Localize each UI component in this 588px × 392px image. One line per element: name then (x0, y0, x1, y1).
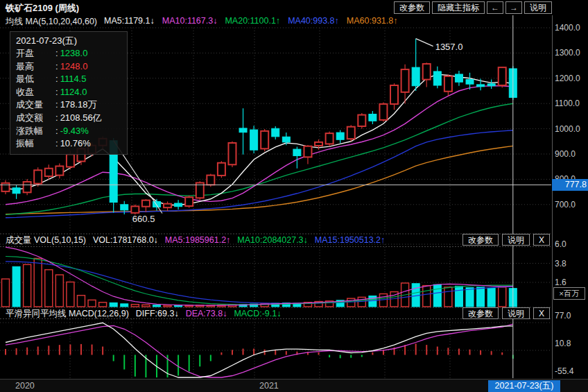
volume-close-button[interactable]: X (533, 234, 550, 246)
volume-bar (67, 282, 74, 307)
indicator-value: MA5:1985961.2↑ (165, 235, 231, 245)
axis-tick-label: 1400.0 (555, 23, 587, 33)
volume-values: VOL:1781768.0↓MA5:1985961.2↑MA10:2084027… (93, 235, 392, 245)
indicator-value: MACD:-9.1↓ (234, 309, 281, 318)
volume-pane-header: 成交量 VOL(5,10,15) VOL:1781768.0↓MA5:19859… (6, 235, 392, 246)
volume-change-params-button[interactable]: 改参数 (462, 234, 499, 246)
candle-body (412, 67, 420, 86)
candle-body (175, 203, 182, 207)
info-label: 开盘 (16, 47, 55, 60)
candle-body (499, 67, 506, 85)
volume-bar (77, 296, 85, 307)
info-row: 振幅:10.76% (16, 137, 121, 151)
macd-pane-buttons: 改参数 说明 X (462, 307, 550, 319)
info-row: 收盘:1124.0 (16, 86, 121, 99)
axis-tick-label: 77.0 (555, 311, 587, 321)
indicator-value: DIFF:69.3↓ (136, 309, 179, 318)
ma-values: MA5:1179.1↓MA10:1167.3↓MA20:1100.1↑MA40:… (104, 16, 405, 26)
volume-title: 成交量 VOL(5,10,15) (6, 235, 86, 246)
ohlc-info-panel: 2021-07-23(五) 开盘:1238.0最高:1248.0最低:1114.… (10, 31, 128, 155)
titlebar: 铁矿石2109 (周线) 改参数 隐藏主指标 ← → 说明 (0, 0, 588, 15)
candle-body (390, 85, 398, 104)
info-value: 178.18万 (60, 99, 97, 110)
candle-body (477, 85, 485, 87)
indicator-value: MA60:931.8↑ (347, 16, 398, 26)
candle-body (142, 201, 150, 207)
candle-body (282, 137, 290, 142)
macd-help-button[interactable]: 说明 (502, 307, 530, 319)
next-arrow-button[interactable]: → (505, 1, 522, 14)
volume-bar (466, 288, 474, 307)
indicator-value: MA20:1100.1↑ (225, 16, 280, 26)
info-value: 10.76% (60, 138, 91, 148)
prev-arrow-button[interactable]: ← (487, 1, 503, 14)
macd-histogram (6, 343, 513, 377)
candle-body (131, 206, 139, 212)
indicator-value: MA10:1167.3↓ (162, 16, 218, 26)
axis-tick-label: 1300.0 (555, 48, 587, 58)
volume-bar (131, 305, 139, 307)
axis-tick-label: 1000.0 (555, 124, 587, 134)
time-axis-bar: 20202021 2021-07-23(五) (0, 379, 588, 392)
time-axis-label: 2021 (259, 381, 279, 391)
info-value: 1124.0 (60, 87, 87, 97)
volume-help-button[interactable]: 说明 (502, 234, 530, 246)
macd-change-params-button[interactable]: 改参数 (462, 307, 499, 319)
volume-bar (444, 287, 452, 307)
axis-tick-label: 3.8 (555, 259, 587, 269)
candle-body (45, 169, 53, 176)
info-value: 1238.0 (60, 48, 88, 58)
volume-bar (88, 300, 96, 307)
app-window: 1357.0660.5 铁矿石2109 (周线) 改参数 隐藏主指标 ← → 说… (0, 0, 588, 392)
candle-body (358, 115, 365, 126)
candle-body (304, 146, 311, 157)
indicator-value: VOL:1781768.0↓ (93, 235, 158, 245)
volume-bar (347, 298, 355, 307)
axis-tick-label: 10.8 (555, 339, 587, 348)
info-label: 成交额 (16, 112, 55, 125)
candle-body (24, 182, 31, 192)
axis-tick-label: 1.6 (555, 278, 587, 287)
volume-pane-buttons: 改参数 说明 X (462, 234, 550, 246)
hide-main-indicator-button[interactable]: 隐藏主指标 (432, 1, 485, 14)
candle-body (261, 131, 268, 148)
volume-bar (121, 304, 128, 307)
volume-bar (175, 305, 182, 307)
candle-body (347, 127, 355, 139)
indicator-value: MA5:1179.1↓ (104, 16, 155, 26)
indicator-value: MA15:1950513.2↑ (315, 235, 385, 245)
candle-body (326, 133, 334, 144)
candle-body (2, 183, 10, 191)
candle-body (67, 154, 74, 167)
volume-bar (487, 288, 495, 307)
info-value: 1248.0 (60, 61, 88, 71)
macd-title: 平滑异同平均线 MACD(12,26,9) (6, 308, 129, 320)
info-row: 成交额:2108.56亿 (16, 112, 121, 125)
high-annotation-label: 1357.0 (435, 42, 463, 52)
candle-body (121, 205, 128, 210)
info-value: 1114.5 (60, 74, 87, 84)
volume-bar (477, 287, 485, 307)
info-row: 开盘:1238.0 (16, 47, 121, 60)
info-label: 收盘 (16, 86, 55, 99)
candle-body (164, 204, 171, 207)
volume-bar (499, 287, 506, 307)
axis-separator (552, 15, 553, 379)
candle-body (12, 188, 20, 194)
volume-bar (99, 302, 107, 307)
info-value: -9.43% (60, 126, 89, 136)
change-params-button[interactable]: 改参数 (394, 1, 430, 14)
macd-pane-header: 平滑异同平均线 MACD(12,26,9) DIFF:69.3↓DEA:73.8… (6, 308, 288, 319)
info-label: 涨跌幅 (16, 125, 55, 138)
macd-close-button[interactable]: X (533, 307, 550, 319)
axis-tick-label: 900.0 (555, 149, 587, 159)
indicator-value: MA40:993.8↑ (288, 16, 339, 26)
volume-bar (55, 275, 63, 307)
info-label: 最低 (16, 73, 55, 86)
info-label: 成交量 (16, 99, 55, 112)
candle-body (466, 80, 474, 85)
volume-bar (2, 279, 10, 307)
candle-body (218, 163, 225, 176)
help-button[interactable]: 说明 (524, 1, 552, 14)
volume-bar (45, 270, 53, 307)
